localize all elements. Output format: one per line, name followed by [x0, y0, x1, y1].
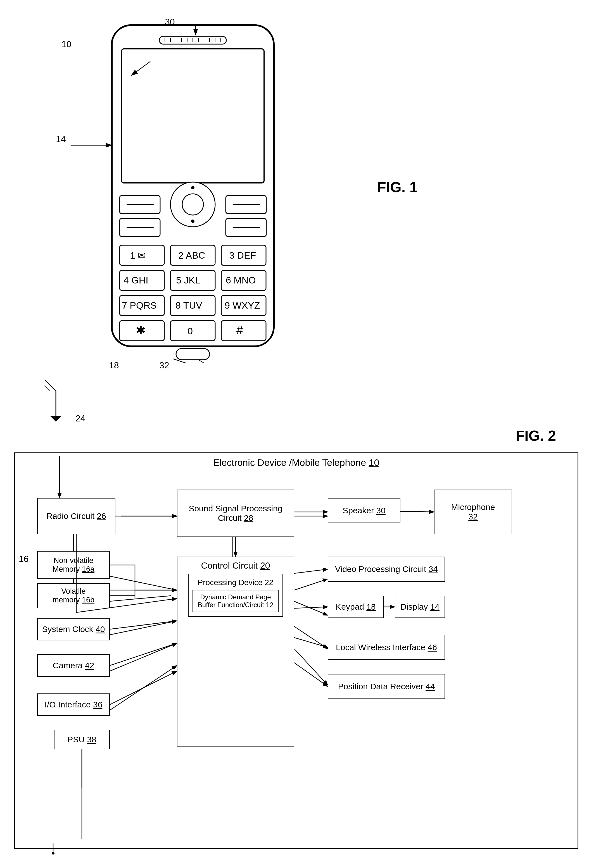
- svg-point-19: [182, 194, 203, 215]
- svg-rect-48: [221, 320, 266, 341]
- svg-line-99: [294, 663, 328, 686]
- svg-line-101: [110, 643, 177, 666]
- keypad-block: Keypad 18: [328, 596, 383, 618]
- speaker-block: Speaker 30: [328, 498, 400, 523]
- local-wireless-block: Local Wireless Interface 46: [328, 635, 445, 660]
- svg-line-83: [400, 511, 434, 512]
- svg-rect-46: [170, 320, 215, 341]
- svg-line-75: [294, 626, 328, 649]
- psu-block: PSU 38: [54, 730, 110, 749]
- svg-line-98: [294, 638, 328, 647]
- svg-text:7 PQRS: 7 PQRS: [122, 300, 157, 310]
- block-diagram-outer: Electronic Device /Mobile Telephone 10: [14, 452, 579, 849]
- fig1-area: 30 10 14 18 32 FIG. 1: [0, 0, 589, 447]
- svg-text:✱: ✱: [136, 324, 146, 337]
- camera-block: Camera 42: [37, 654, 110, 677]
- ref-24-label: 24: [75, 413, 86, 424]
- svg-point-64: [52, 852, 55, 855]
- svg-line-60: [45, 385, 50, 391]
- fig2-label: FIG. 2: [516, 427, 556, 444]
- phone-diagram: 1 ✉ 2 ABC 3 DEF 4 GHI 5 JKL 6 MNO 7 PQRS…: [78, 6, 330, 382]
- svg-text:#: #: [236, 324, 243, 337]
- position-data-block: Position Data Receiver 44: [328, 674, 445, 699]
- svg-rect-50: [176, 348, 210, 360]
- svg-line-102: [110, 671, 177, 705]
- ref-16-label: 16: [19, 554, 29, 564]
- svg-text:1 ✉: 1 ✉: [130, 250, 146, 261]
- fig2-area: FIG. 2 24 Electronic Device /Mobile Tele…: [14, 419, 579, 860]
- svg-line-54: [198, 360, 204, 363]
- microphone-block: Microphone 32: [434, 490, 512, 534]
- svg-text:9 WXYZ: 9 WXYZ: [225, 300, 260, 310]
- ref-14-label: 14: [56, 134, 66, 145]
- svg-line-76: [294, 649, 328, 685]
- svg-rect-13: [121, 49, 264, 183]
- svg-line-77: [110, 621, 177, 635]
- svg-text:4 GHI: 4 GHI: [123, 275, 148, 285]
- svg-line-78: [110, 643, 177, 671]
- antenna-svg: [39, 377, 73, 422]
- svg-text:5 JKL: 5 JKL: [176, 275, 200, 285]
- fig1-label: FIG. 1: [377, 179, 417, 195]
- ref-10-label: 10: [61, 39, 71, 49]
- svg-line-72: [110, 596, 171, 601]
- svg-text:6 MNO: 6 MNO: [226, 275, 256, 285]
- svg-line-97: [294, 607, 328, 608]
- svg-line-71: [110, 576, 177, 590]
- control-circuit-block: Control Circuit 20 Processing Device 22 …: [177, 557, 294, 747]
- svg-point-20: [191, 186, 194, 189]
- svg-text:2 ABC: 2 ABC: [178, 250, 205, 261]
- svg-line-73: [294, 579, 328, 590]
- svg-line-61: [50, 385, 56, 391]
- svg-marker-62: [50, 416, 61, 422]
- io-interface-block: I/O Interface 36: [37, 694, 110, 716]
- volatile-block: Volatile memory 16b: [37, 583, 110, 608]
- display-block: Display 14: [395, 596, 445, 618]
- svg-line-96: [294, 569, 328, 573]
- radio-circuit-block: Radio Circuit 26: [37, 498, 115, 534]
- sound-signal-block: Sound Signal Processing Circuit 28: [177, 490, 294, 537]
- svg-text:0: 0: [188, 326, 193, 336]
- system-clock-block: System Clock 40: [37, 618, 110, 641]
- svg-line-79: [110, 666, 177, 710]
- svg-text:8 TUV: 8 TUV: [176, 300, 202, 310]
- svg-line-74: [294, 601, 328, 615]
- video-processing-block: Video Processing Circuit 34: [328, 557, 445, 582]
- svg-point-21: [191, 220, 194, 223]
- diagram-title: Electronic Device /Mobile Telephone 10: [15, 457, 577, 468]
- nonvolatile-block: Non-volatile Memory 16a: [37, 551, 110, 579]
- svg-text:3 DEF: 3 DEF: [229, 250, 256, 261]
- svg-line-100: [110, 621, 177, 629]
